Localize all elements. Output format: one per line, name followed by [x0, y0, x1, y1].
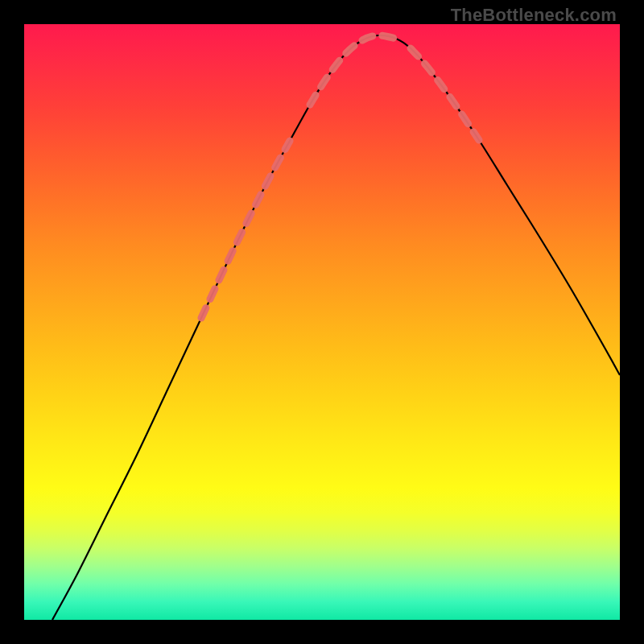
curve-layer [24, 24, 620, 620]
plot-area [24, 24, 620, 620]
highlight-segment-1 [310, 35, 396, 105]
main-curve [52, 35, 620, 620]
highlight-segment-0 [201, 141, 290, 318]
highlight-segment-2 [411, 48, 479, 140]
watermark-text: TheBottleneck.com [451, 5, 617, 26]
chart-frame: TheBottleneck.com [0, 0, 644, 644]
